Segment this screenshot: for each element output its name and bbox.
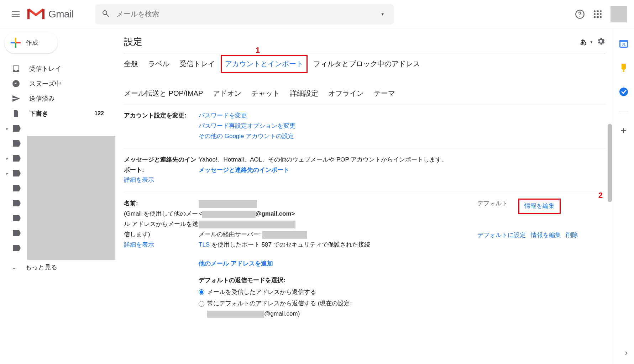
sidebar-item-label: スヌーズ中 xyxy=(29,79,61,88)
annotation-num-1: 1 xyxy=(256,46,260,55)
radio-reply-received[interactable] xyxy=(199,289,204,295)
relay-label: メールの経由サーバー: xyxy=(199,231,261,238)
radio-reply-default[interactable] xyxy=(199,301,204,307)
sidebar-label-row[interactable] xyxy=(4,211,21,226)
link-add-another-address[interactable]: 他のメール アドレスを追加 xyxy=(199,260,273,267)
redacted-default-email xyxy=(207,311,264,318)
compose-button[interactable]: 作成 xyxy=(4,32,58,53)
draft-icon xyxy=(11,109,21,118)
tab-themes[interactable]: テーマ xyxy=(374,89,395,98)
sidebar-more-label: もっと見る xyxy=(25,263,57,271)
sidebar-item-label: 受信トレイ xyxy=(29,64,61,73)
gear-icon[interactable] xyxy=(596,37,606,47)
sidebar-label-row[interactable]: ▸ xyxy=(4,166,21,181)
link-set-default[interactable]: デフォルトに設定 xyxy=(477,232,526,238)
sidebar-label-row[interactable] xyxy=(4,196,21,211)
apps-grid-icon[interactable] xyxy=(593,9,603,19)
settings-toolbar: あ ▼ xyxy=(580,37,606,47)
account-avatar[interactable] xyxy=(611,6,627,22)
tab-advanced[interactable]: 詳細設定 xyxy=(290,89,318,98)
tls-link[interactable]: TLS xyxy=(199,241,210,248)
tab-labels[interactable]: ラベル xyxy=(148,59,169,69)
sidebar-label-row[interactable] xyxy=(4,241,21,255)
sidebar-item-snoozed[interactable]: スヌーズ中 xyxy=(0,76,114,91)
sidebar-label-row[interactable] xyxy=(4,181,21,196)
email-prefix: < xyxy=(199,210,202,217)
section-import: メッセージと連絡先のインポート: 詳細を表示 Yahoo!、Hotmail、AO… xyxy=(124,148,606,192)
section-label: アカウント設定を変更: xyxy=(124,111,199,142)
sidebar-label-placeholder xyxy=(27,136,115,260)
tab-offline[interactable]: オフライン xyxy=(328,89,364,98)
tls-text: を使用したポート 587 でのセキュリティで保護された接続 xyxy=(210,241,370,248)
sidebar-item-sent[interactable]: 送信済み xyxy=(0,91,114,106)
clock-icon xyxy=(11,79,21,88)
search-input[interactable] xyxy=(116,10,378,18)
annotation-num-2: 2 xyxy=(598,189,603,202)
tab-inbox[interactable]: 受信トレイ xyxy=(179,59,215,69)
sidebar-label-row[interactable] xyxy=(4,136,21,151)
inbox-icon xyxy=(11,64,21,73)
search-icon xyxy=(101,9,110,19)
sidebar-item-drafts[interactable]: 下書き 122 xyxy=(0,106,114,121)
link-import-messages[interactable]: メッセージと連絡先のインポート xyxy=(199,167,289,173)
label-icon xyxy=(13,245,21,251)
link-edit-info-1[interactable]: 情報を編集 xyxy=(524,202,555,209)
reply-opt2-label: 常にデフォルトのアドレスから返信する (現在の設定: xyxy=(207,299,352,309)
tab-addons[interactable]: アドオン xyxy=(213,89,241,98)
search-options-caret[interactable]: ▼ xyxy=(378,9,388,20)
chevron-down-icon: ⌄ xyxy=(11,263,17,271)
search-bar[interactable]: ▼ xyxy=(95,4,394,25)
compose-label: 作成 xyxy=(26,38,38,47)
tab-chat[interactable]: チャット xyxy=(251,89,280,98)
settings-panel: 設定 あ ▼ 1 全般 ラベル 受信トレイ アカウントとインポート フィルタとブ… xyxy=(114,28,613,364)
keep-icon[interactable] xyxy=(619,63,629,73)
sidebar-item-label: 下書き xyxy=(29,109,48,118)
link-other-account-settings[interactable]: その他の Google アカウントの設定 xyxy=(199,133,294,139)
link-change-password[interactable]: パスワードを変更 xyxy=(199,112,247,119)
product-name: Gmail xyxy=(48,9,74,20)
label-icon xyxy=(13,170,21,176)
header-right xyxy=(575,6,627,22)
sidebar-item-inbox[interactable]: 受信トレイ xyxy=(0,61,114,76)
main-menu-button[interactable] xyxy=(7,6,24,23)
tab-filters[interactable]: フィルタとブロック中のアドレス xyxy=(313,59,420,69)
input-language[interactable]: あ xyxy=(580,38,587,46)
annotation-box-1 xyxy=(221,55,308,73)
caret-down-icon[interactable]: ▼ xyxy=(590,40,593,44)
link-edit-info-2[interactable]: 情報を編集 xyxy=(531,232,561,238)
label-icon xyxy=(13,230,21,236)
link-show-details[interactable]: 詳細を表示 xyxy=(124,240,199,250)
collapse-panel-icon[interactable]: › xyxy=(625,348,628,358)
side-panel: 31 + › xyxy=(613,28,634,364)
tasks-icon[interactable] xyxy=(619,87,629,97)
annotation-box-2: 情報を編集 xyxy=(518,199,561,214)
hamburger-icon xyxy=(12,14,20,15)
drafts-count: 122 xyxy=(94,110,104,117)
svg-point-1 xyxy=(580,16,580,16)
redacted-name xyxy=(199,200,257,208)
gmail-logo[interactable]: Gmail xyxy=(27,7,74,21)
reply-opt1-label: メールを受信したアドレスから返信する xyxy=(207,287,316,297)
divider xyxy=(619,111,629,111)
label-icon xyxy=(13,155,21,162)
reply-option-2[interactable]: 常にデフォルトのアドレスから返信する (現在の設定: xyxy=(199,299,477,309)
tab-general[interactable]: 全般 xyxy=(124,59,138,69)
calendar-icon[interactable]: 31 xyxy=(619,38,629,48)
link-change-recovery[interactable]: パスワード再設定オプションを変更 xyxy=(199,122,295,129)
tab-accounts-import[interactable]: アカウントとインポート xyxy=(225,59,303,69)
scrollbar[interactable] xyxy=(608,124,612,202)
add-addon-icon[interactable]: + xyxy=(619,126,629,136)
link-show-details[interactable]: 詳細を表示 xyxy=(124,175,199,185)
sidebar-label-row[interactable]: ▸ xyxy=(0,121,114,136)
sidebar-label-row[interactable]: ▸ xyxy=(4,151,21,166)
label-icon xyxy=(13,140,21,147)
sidebar-more[interactable]: ⌄ もっと見る xyxy=(0,260,114,275)
settings-tabs: 1 全般 ラベル 受信トレイ アカウントとインポート フィルタとブロック中のアド… xyxy=(124,53,606,104)
help-icon[interactable] xyxy=(575,9,585,19)
tab-forwarding[interactable]: メール転送と POP/IMAP xyxy=(124,89,203,98)
reply-option-1[interactable]: メールを受信したアドレスから返信する xyxy=(199,287,477,297)
default-label: デフォルト xyxy=(477,199,508,209)
import-description: Yahoo!、Hotmail、AOL、その他のウェブメールや POP アカウント… xyxy=(199,156,447,163)
link-delete[interactable]: 削除 xyxy=(566,232,578,238)
sidebar-label-row[interactable] xyxy=(4,226,21,241)
